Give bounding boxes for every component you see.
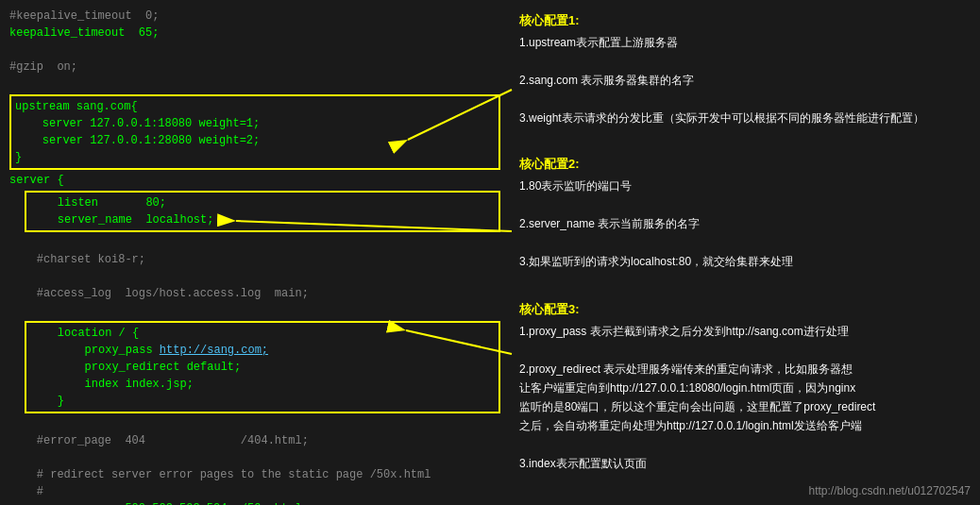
code-line: upstream sang.com{: [15, 98, 495, 115]
annotation-block-1: 核心配置1: 1.upstream表示配置上游服务器 2.sang.com 表示…: [519, 12, 971, 127]
main-container: #keepalive_timeout 0; keepalive_timeout …: [0, 0, 980, 505]
location-box: location / { proxy_pass http://sang.com;…: [25, 321, 500, 413]
code-line: }: [15, 149, 495, 166]
proxy-pass-link: http://sang.com;: [160, 344, 268, 357]
code-line: #error_page 404 /404.html;: [9, 432, 500, 449]
annotation-item: 3.index表示配置默认页面: [519, 454, 971, 473]
watermark: http://blog.csdn.net/u012702547: [809, 484, 971, 497]
code-line: server_name localhost;: [30, 211, 495, 228]
annotation-item: 1.proxy_pass 表示拦截到请求之后分发到http://sang.com…: [519, 322, 971, 341]
annotation-item: 监听的是80端口，所以这个重定向会出问题，这里配置了proxy_redirect: [519, 397, 971, 416]
annotation-block-3: 核心配置3: 1.proxy_pass 表示拦截到请求之后分发到http://s…: [519, 301, 971, 473]
code-line: server 127.0.0.1:28080 weight=2;: [15, 132, 495, 149]
code-line: proxy_redirect default;: [30, 359, 495, 376]
code-line: error_page 500 502 503 504 /50x.html;: [9, 500, 500, 505]
code-line: [9, 42, 500, 59]
upstream-box: upstream sang.com{ server 127.0.0.1:1808…: [9, 94, 500, 170]
code-line: [9, 268, 500, 285]
annotation-item: [519, 195, 971, 214]
annotation-item: 1.upstream表示配置上游服务器: [519, 33, 971, 52]
code-line: #keepalive_timeout 0;: [9, 8, 500, 25]
code-line: #: [9, 483, 500, 500]
code-line: }: [30, 393, 495, 410]
annotation-item: 2.proxy_redirect 表示处理服务端传来的重定向请求，比如服务器想: [519, 360, 971, 379]
code-line: keepalive_timeout 65;: [9, 25, 500, 42]
annotation-item: [519, 233, 971, 252]
annotation-item: [519, 52, 971, 71]
annotation-title-2: 核心配置2:: [519, 156, 971, 173]
code-line: [9, 449, 500, 466]
code-line: #charset koi8-r;: [9, 251, 500, 268]
annotation-item: 2.server_name 表示当前服务的名字: [519, 214, 971, 233]
code-line: [9, 234, 500, 251]
annotation-item: 3.weight表示请求的分发比重（实际开发中可以根据不同的服务器性能进行配置）: [519, 109, 971, 127]
server-listen-box: listen 80; server_name localhost;: [25, 191, 500, 232]
annotation-title-3: 核心配置3:: [519, 301, 971, 318]
annotation-block-2: 核心配置2: 1.80表示监听的端口号 2.server_name 表示当前服务…: [519, 156, 971, 271]
code-line: server 127.0.0.1:18080 weight=1;: [15, 115, 495, 132]
code-line: [9, 302, 500, 319]
code-line: # redirect server error pages to the sta…: [9, 466, 500, 483]
annotation-item: 让客户端重定向到http://127.0.0.1:18080/login.htm…: [519, 379, 971, 397]
annotation-item: 1.80表示监听的端口号: [519, 177, 971, 195]
code-line: index index.jsp;: [30, 376, 495, 393]
code-line: server {: [9, 172, 500, 189]
annotation-item: [519, 341, 971, 360]
code-panel: #keepalive_timeout 0; keepalive_timeout …: [0, 0, 510, 505]
code-line: location / {: [30, 325, 495, 342]
code-line: [9, 76, 500, 93]
annotation-title-1: 核心配置1:: [519, 12, 971, 29]
annotation-item: [519, 435, 971, 454]
annotation-item: 之后，会自动将重定向处理为http://127.0.0.1/login.html…: [519, 416, 971, 435]
code-line: [9, 415, 500, 432]
code-line: proxy_pass http://sang.com;: [30, 342, 495, 359]
code-line: #access_log logs/host.access.log main;: [9, 285, 500, 302]
annotation-panel: 核心配置1: 1.upstream表示配置上游服务器 2.sang.com 表示…: [510, 0, 980, 505]
annotation-item: 2.sang.com 表示服务器集群的名字: [519, 71, 971, 90]
annotation-item: 3.如果监听到的请求为localhost:80，就交给集群来处理: [519, 252, 971, 271]
code-line: listen 80;: [30, 194, 495, 211]
code-line: #gzip on;: [9, 59, 500, 76]
annotation-item: [519, 90, 971, 109]
